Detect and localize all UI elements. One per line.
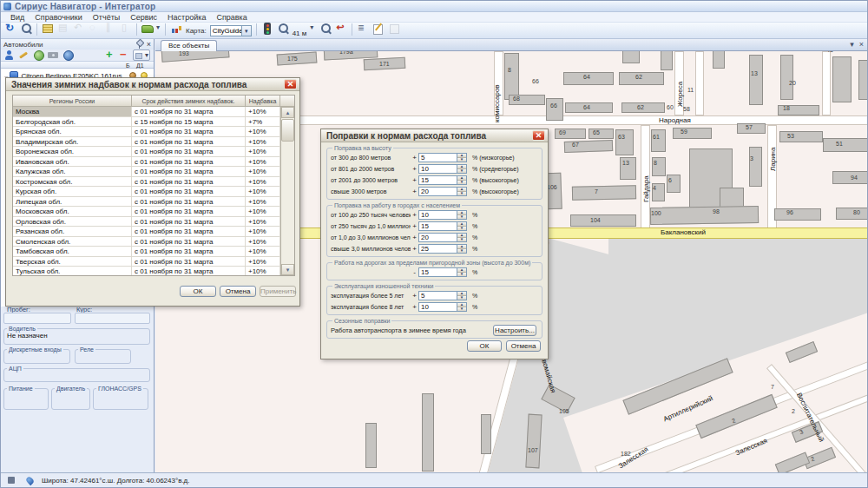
traffic-light-icon[interactable] — [260, 22, 274, 36]
undo-gray-icon[interactable] — [72, 22, 86, 36]
spin-value[interactable]: 15 — [419, 176, 457, 184]
table-row[interactable]: Рязанская обл.с 01 ноября по 31 марта+10… — [13, 227, 280, 237]
zoom-in-icon[interactable] — [19, 22, 33, 36]
table-row[interactable]: Смоленская обл.с 01 ноября по 31 марта+1… — [13, 237, 280, 247]
spin-value[interactable]: 15 — [419, 222, 457, 230]
cancel-button[interactable]: Отмена — [506, 340, 541, 352]
apply-button[interactable]: Применить — [260, 286, 296, 297]
chevron-small-icon[interactable] — [309, 22, 317, 36]
tab-scroll-icon[interactable]: ▾ — [850, 40, 854, 49]
table-row[interactable]: Белгородская обл.с 15 ноября по 15 марта… — [13, 117, 280, 128]
close-button[interactable]: ✕ — [284, 79, 297, 89]
sheet-gray-icon[interactable] — [56, 22, 70, 36]
globe-green-icon[interactable] — [32, 49, 45, 61]
spin-input[interactable]: 10▲▼ — [418, 210, 467, 220]
chevron-down-icon[interactable]: ▾ — [241, 26, 251, 36]
spin-value[interactable]: 25 — [419, 245, 457, 253]
spin-value[interactable]: 10 — [419, 165, 457, 173]
menu-item[interactable]: Настройка — [162, 12, 211, 23]
table-row[interactable]: Московская обл.с 01 ноября по 31 марта+1… — [13, 207, 280, 217]
pause-gray-icon[interactable] — [103, 22, 117, 36]
table-row[interactable]: Владимирская обл.с 01 ноября по 31 марта… — [13, 137, 280, 148]
spin-input[interactable]: 10▲▼ — [418, 302, 467, 312]
tab-close-icon[interactable]: × — [859, 40, 864, 49]
arrow-back-red-icon[interactable] — [334, 22, 348, 36]
doc-gray-icon[interactable] — [119, 22, 133, 36]
scroll-up-icon[interactable]: ▲ — [281, 107, 294, 118]
spin-down-icon[interactable]: ▼ — [457, 227, 466, 230]
spin-value[interactable]: 5 — [419, 292, 457, 300]
spin-value[interactable]: 20 — [419, 188, 457, 195]
camera-gray-icon[interactable] — [47, 49, 60, 61]
scrollbar[interactable]: ▲ ▼ — [280, 107, 294, 275]
pin-icon[interactable] — [135, 40, 143, 49]
table-row[interactable]: Воронежская обл.с 01 ноября по 31 марта+… — [13, 147, 280, 157]
dialog-titlebar[interactable]: Поправки к нормам расхода топлива ✕ — [321, 129, 548, 142]
spin-input[interactable]: 15▲▼ — [418, 267, 467, 277]
menu-item[interactable]: Справка — [211, 12, 252, 23]
vehicle-green-icon[interactable] — [141, 22, 161, 36]
spin-value[interactable]: 15 — [419, 268, 457, 276]
table-row[interactable]: Брянская обл.с 01 ноября по 31 марта+10% — [13, 127, 280, 137]
minus-red-icon[interactable] — [118, 49, 131, 61]
table-row[interactable]: Орловская обл.с 01 ноября по 31 марта+10… — [13, 217, 280, 228]
ok-button[interactable]: ОК — [467, 340, 502, 352]
spin-down-icon[interactable]: ▼ — [457, 307, 466, 311]
spin-input[interactable]: 15▲▼ — [418, 175, 467, 185]
spin-input[interactable]: 15▲▼ — [418, 221, 467, 231]
map-scale-value[interactable]: 41 м — [293, 30, 307, 37]
layers-icon[interactable] — [41, 22, 55, 36]
spin-down-icon[interactable]: ▼ — [457, 181, 466, 184]
split-dropdown-icon[interactable] — [133, 49, 150, 61]
map-source-combobox[interactable]: CityGuide ▾ — [210, 25, 252, 36]
table-row[interactable]: Костромская обл.с 01 ноября по 31 марта+… — [13, 177, 280, 188]
spin-down-icon[interactable]: ▼ — [457, 169, 466, 173]
spin-input[interactable]: 25▲▼ — [418, 244, 467, 254]
table-row[interactable]: Тульская обл.с 01 ноября по 31 марта+10% — [13, 267, 280, 275]
table-row[interactable]: Москвас 01 ноября по 31 марта+10% — [13, 107, 280, 117]
cancel-button[interactable]: Отмена — [220, 286, 256, 297]
menu-item[interactable]: Сервис — [125, 12, 162, 23]
table-row[interactable]: Калужская обл.с 01 ноября по 31 марта+10… — [13, 167, 280, 177]
globe-blue-icon[interactable] — [62, 49, 75, 61]
ok-button[interactable]: ОК — [180, 286, 216, 297]
column-header-allowance[interactable]: Надбавка — [246, 96, 280, 106]
spin-down-icon[interactable]: ▼ — [457, 215, 466, 219]
refresh-icon[interactable] — [3, 22, 17, 36]
spin-down-icon[interactable]: ▼ — [457, 158, 466, 162]
zoom-scale-icon[interactable] — [276, 22, 290, 36]
spin-input[interactable]: 20▲▼ — [418, 233, 467, 242]
spin-input[interactable]: 20▲▼ — [418, 187, 467, 196]
note-edit-icon[interactable] — [372, 22, 385, 36]
configure-button[interactable]: Настроить... — [493, 325, 536, 336]
menu-item[interactable]: Вид — [5, 12, 30, 23]
checkbox-gray-icon[interactable] — [387, 22, 401, 36]
circle-gray-icon[interactable] — [88, 22, 102, 36]
spin-down-icon[interactable]: ▼ — [457, 238, 466, 241]
dialog-titlebar[interactable]: Значения зимних надбавок к нормам расход… — [6, 78, 299, 91]
spin-input[interactable]: 10▲▼ — [418, 164, 467, 174]
table-row[interactable]: Курская обл.с 01 ноября по 31 марта+10% — [13, 187, 280, 197]
scroll-down-icon[interactable]: ▼ — [281, 264, 294, 275]
table-row[interactable]: Тверская обл.с 01 ноября по 31 марта+10% — [13, 257, 280, 267]
table-row[interactable]: Тамбовская обл.с 01 ноября по 31 марта+1… — [13, 247, 280, 257]
spin-value[interactable]: 20 — [419, 234, 457, 241]
plus-green-icon[interactable] — [103, 49, 116, 61]
spin-down-icon[interactable]: ▼ — [457, 249, 466, 253]
spin-value[interactable]: 10 — [419, 211, 457, 219]
spin-input[interactable]: 5▲▼ — [418, 291, 467, 300]
close-button[interactable]: ✕ — [532, 130, 545, 141]
table-row[interactable]: Липецкая обл.с 01 ноября по 31 марта+10% — [13, 197, 280, 208]
spin-down-icon[interactable]: ▼ — [457, 192, 466, 195]
scrollbar-thumb[interactable] — [281, 119, 294, 142]
brush-yellow-icon[interactable] — [17, 49, 30, 61]
tab-all-objects[interactable]: Все объекты — [161, 40, 217, 51]
chart-icon[interactable] — [169, 22, 183, 36]
spin-input[interactable]: 5▲▼ — [418, 153, 467, 162]
list-icon[interactable] — [356, 22, 370, 36]
menu-item[interactable]: Отчёты — [88, 12, 125, 23]
close-icon[interactable]: × — [147, 41, 151, 49]
zoom-out-icon[interactable] — [319, 22, 332, 36]
menu-item[interactable]: Справочники — [30, 12, 88, 23]
user-blue-icon[interactable] — [3, 49, 16, 61]
